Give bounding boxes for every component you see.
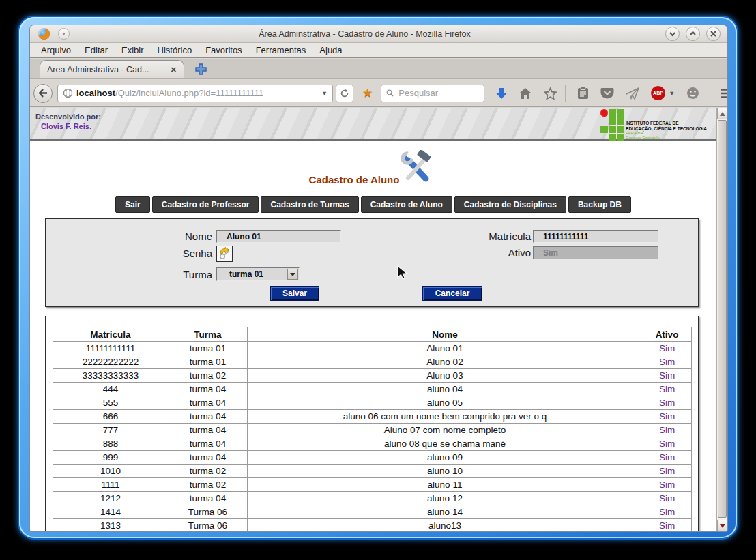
adblock-plus-button[interactable]: ABP ▼	[651, 86, 675, 100]
arrow-left-icon	[38, 89, 48, 98]
nav-button-cadastro-de-turmas[interactable]: Cadastro de Turmas	[261, 196, 358, 213]
table-cell: Turma 06	[169, 505, 247, 519]
ativo-link[interactable]: Sim	[643, 410, 691, 424]
senha-reset-button[interactable]	[216, 246, 233, 262]
chat-extension-button[interactable]	[686, 87, 699, 100]
pocket-button[interactable]	[600, 87, 614, 100]
menu-favoritos[interactable]: Favoritos	[199, 44, 248, 57]
ativo-link[interactable]: Sim	[643, 369, 691, 383]
table-cell: aluno 04	[247, 383, 643, 396]
arrow-up-icon	[720, 112, 725, 116]
search-input[interactable]	[397, 87, 479, 99]
scrollbar[interactable]	[716, 108, 727, 531]
salvar-button[interactable]: Salvar	[270, 286, 319, 301]
table-cell: 555	[53, 396, 169, 410]
ativo-link[interactable]: Sim	[643, 492, 691, 505]
nav-button-backup-db[interactable]: Backup DB	[568, 196, 631, 213]
ativo-link[interactable]: Sim	[643, 342, 691, 355]
nav-button-sair[interactable]: Sair	[115, 196, 150, 213]
scrollbar-down-button[interactable]	[717, 520, 727, 531]
search-bar[interactable]	[381, 85, 484, 102]
nav-button-cadastro-de-disciplinas[interactable]: Cadastro de Disciplinas	[454, 196, 566, 213]
menu-bar: ArquivoEditarExibirHistóricoFavoritosFer…	[30, 43, 727, 58]
abp-dropdown-icon[interactable]: ▼	[669, 90, 675, 97]
reload-button[interactable]	[336, 85, 353, 102]
table-header-turma: Turma	[169, 327, 247, 342]
paper-plane-icon	[626, 87, 639, 100]
scrollbar-thumb[interactable]	[718, 120, 727, 518]
ativo-link[interactable]: Sim	[643, 355, 691, 369]
table-cell: 1212	[53, 492, 169, 505]
chevron-down-icon	[290, 273, 295, 276]
menu-editar[interactable]: Editar	[78, 44, 115, 57]
downloads-button[interactable]	[496, 87, 507, 100]
table-cell: 444	[53, 383, 169, 396]
turma-label: Turma	[148, 269, 212, 280]
table-cell: 1414	[53, 505, 169, 519]
scrollbar-up-button[interactable]	[717, 108, 727, 119]
nome-input[interactable]	[216, 230, 341, 243]
table-cell: turma 04	[169, 396, 247, 410]
url-bar[interactable]: localhost/Quiz/incluiAluno.php?id=111111…	[57, 85, 333, 102]
back-button[interactable]	[33, 84, 53, 103]
table-row: 1010turma 02aluno 10Sim	[53, 465, 691, 478]
table-cell: 1111	[53, 478, 169, 492]
close-button[interactable]	[706, 27, 721, 41]
table-row: 1414Turma 06aluno 14Sim	[53, 505, 691, 519]
maximize-button[interactable]	[686, 27, 700, 41]
table-cell: Aluno 01	[247, 342, 643, 355]
browser-window: Área Adminstrativa - Cadastro de Aluno -…	[30, 25, 727, 531]
table-cell: Aluno 02	[247, 355, 643, 369]
bookmark-button[interactable]	[544, 87, 557, 100]
table-cell: 1313	[53, 519, 169, 532]
send-tab-button[interactable]	[626, 87, 639, 100]
new-tab-button[interactable]	[194, 62, 207, 76]
ativo-link[interactable]: Sim	[643, 437, 691, 451]
table-cell: 888	[53, 437, 169, 451]
menu-ferramentas[interactable]: Ferramentas	[249, 44, 313, 57]
ativo-link[interactable]: Sim	[643, 519, 691, 532]
tab-area-administrativa[interactable]: Area Adminstrativa - Cad... ✕	[40, 60, 184, 78]
menu-histórico[interactable]: Histórico	[151, 44, 199, 57]
url-host: localhost	[76, 88, 115, 98]
developer-link[interactable]: Clovis F. Reis.	[41, 121, 101, 131]
home-button[interactable]	[519, 87, 532, 100]
smiley-icon	[686, 87, 699, 100]
nav-button-cadastro-de-aluno[interactable]: Cadastro de Aluno	[361, 196, 452, 213]
window-controls	[665, 27, 721, 41]
ativo-link[interactable]: Sim	[643, 383, 691, 396]
table-cell: aluno 05	[247, 396, 643, 410]
open-menu-button[interactable]	[720, 88, 727, 99]
url-input[interactable]: localhost/Quiz/incluiAluno.php?id=111111…	[76, 88, 319, 98]
cancelar-button[interactable]: Cancelar	[422, 286, 482, 301]
select-dropdown-button[interactable]	[287, 269, 298, 280]
menu-ajuda[interactable]: Ajuda	[312, 44, 349, 57]
table-row: 33333333333turma 02Aluno 03Sim	[53, 369, 691, 383]
ativo-link[interactable]: Sim	[643, 396, 691, 410]
window-menu-button[interactable]	[58, 28, 70, 40]
ativo-link[interactable]: Sim	[643, 465, 691, 478]
minimize-button[interactable]	[665, 27, 680, 41]
tab-close-icon[interactable]: ✕	[171, 65, 177, 74]
menu-arquivo[interactable]: Arquivo	[34, 44, 78, 57]
matricula-input[interactable]	[533, 230, 658, 243]
url-dropdown-button[interactable]: ▼	[321, 90, 328, 97]
title-bar: Área Adminstrativa - Cadastro de Aluno -…	[30, 25, 727, 43]
table-cell: 1010	[53, 465, 169, 478]
ativo-link[interactable]: Sim	[643, 451, 691, 465]
abp-icon: ABP	[651, 86, 665, 100]
ativo-link[interactable]: Sim	[643, 424, 691, 437]
turma-selected-value: turma 01	[229, 269, 263, 279]
table-cell: turma 04	[169, 437, 247, 451]
nav-button-cadastro-de-professor[interactable]: Cadastro de Professor	[152, 196, 259, 213]
logo-text-line1: INSTITUTO FEDERAL DE	[626, 121, 707, 126]
home-icon	[519, 87, 532, 100]
menu-exibir[interactable]: Exibir	[115, 44, 151, 57]
ativo-link[interactable]: Sim	[643, 478, 691, 492]
table-row: 11111111111turma 01Aluno 01Sim	[53, 342, 691, 355]
bookmarks-menu-button[interactable]	[577, 87, 589, 100]
addon-icon[interactable]: ★	[362, 86, 373, 100]
ativo-link[interactable]: Sim	[643, 505, 691, 519]
table-header-ativo: Ativo	[643, 327, 691, 342]
turma-select[interactable]: turma 01	[216, 267, 300, 281]
